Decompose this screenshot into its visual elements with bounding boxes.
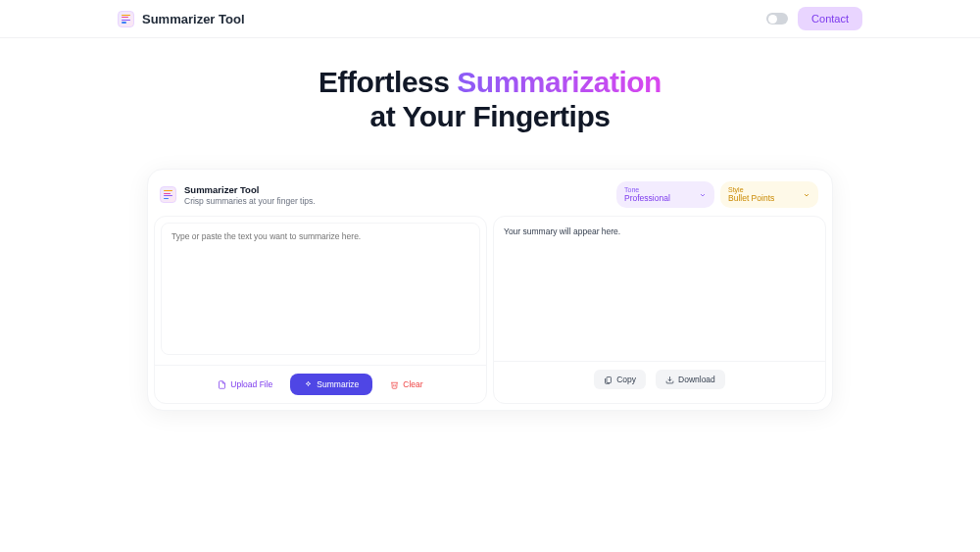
sparkles-icon — [304, 380, 313, 389]
tone-select[interactable]: Tone Professional — [616, 181, 714, 208]
upload-label: Upload File — [230, 379, 272, 389]
logo-icon — [118, 11, 134, 27]
svg-rect-0 — [607, 376, 612, 382]
clear-button[interactable]: Clear — [382, 375, 430, 394]
chevron-down-icon — [803, 191, 810, 199]
output-panel: Your summary will appear here. Copy Down… — [493, 216, 826, 404]
chevron-down-icon — [699, 191, 707, 199]
style-label: Style — [728, 186, 797, 193]
download-label: Download — [678, 375, 715, 384]
input-textarea[interactable] — [161, 223, 480, 355]
card-subtitle: Crisp summaries at your finger tips. — [184, 196, 316, 206]
theme-toggle[interactable] — [766, 13, 788, 25]
card-header: Summarizer Tool Crisp summaries at your … — [154, 176, 826, 216]
hero-highlight: Summarization — [457, 66, 662, 98]
header-actions: Contact — [766, 7, 862, 30]
copy-label: Copy — [616, 375, 636, 384]
hero-title: Effortless Summarization at Your Fingert… — [0, 66, 980, 133]
tone-value: Professional — [624, 193, 693, 203]
style-value: Bullet Points — [728, 193, 797, 203]
upload-file-button[interactable]: Upload File — [210, 375, 280, 394]
style-select[interactable]: Style Bullet Points — [720, 181, 818, 208]
summarizer-card: Summarizer Tool Crisp summaries at your … — [147, 169, 833, 411]
tone-label: Tone — [624, 186, 693, 193]
output-area: Your summary will appear here. — [494, 217, 825, 361]
hero-prefix: Effortless — [318, 66, 457, 98]
brand-title: Summarizer Tool — [142, 12, 245, 26]
input-actions: Upload File Summarize Clear — [155, 365, 486, 403]
summarize-button[interactable]: Summarize — [290, 374, 372, 395]
brand: Summarizer Tool — [118, 11, 245, 27]
hero: Effortless Summarization at Your Fingert… — [0, 38, 980, 169]
input-panel: Upload File Summarize Clear — [154, 216, 487, 404]
hero-line2: at Your Fingertips — [370, 100, 611, 132]
contact-button[interactable]: Contact — [798, 7, 862, 30]
clipboard-icon — [604, 376, 612, 384]
trash-icon — [390, 380, 399, 389]
download-icon — [665, 376, 674, 384]
card-logo-icon — [160, 186, 176, 203]
output-actions: Copy Download — [494, 361, 825, 397]
upload-icon — [218, 380, 226, 389]
options: Tone Professional Style Bullet Points — [616, 181, 818, 208]
summarize-label: Summarize — [317, 379, 359, 389]
copy-button[interactable]: Copy — [594, 370, 646, 389]
card-title: Summarizer Tool — [184, 184, 316, 195]
clear-label: Clear — [403, 379, 422, 389]
header: Summarizer Tool Contact — [118, 0, 862, 37]
download-button[interactable]: Download — [656, 370, 725, 389]
